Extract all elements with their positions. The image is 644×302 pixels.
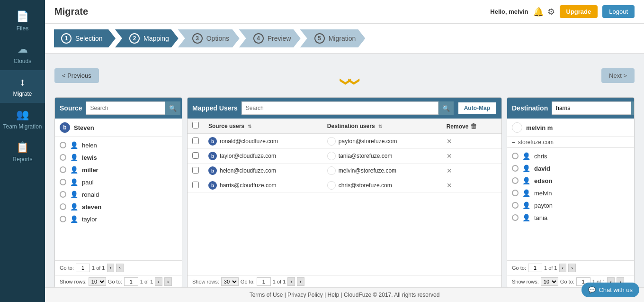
dest-user-row[interactable]: 👤 payton	[507, 199, 634, 211]
dest-panel: Destination 🔍 ▲ melvin m – storefuze.com	[507, 97, 635, 287]
user-label: taylor	[82, 216, 97, 223]
user-icon: 👤	[522, 214, 530, 221]
automap-button[interactable]: Auto-Map	[457, 101, 497, 115]
radio-circle	[512, 153, 519, 159]
source-prev-page[interactable]: ‹	[107, 264, 115, 272]
prev-button[interactable]: < Previous	[54, 68, 99, 83]
source-page-input[interactable]	[76, 264, 90, 272]
row-checkbox[interactable]	[192, 137, 199, 144]
wizard-step-selection[interactable]: 1 Selection	[54, 29, 116, 47]
remove-button[interactable]: ✕	[447, 182, 452, 189]
team-icon: 👥	[16, 109, 29, 121]
source-search-button[interactable]: 🔍	[165, 101, 180, 115]
user-label: chris	[534, 153, 547, 160]
mapped-showrows-of: 1 of 1	[273, 279, 286, 284]
sidebar-item-label: Migrate	[13, 91, 32, 97]
dest-user-header: ▲ melvin m	[507, 119, 634, 137]
source-showrows-select[interactable]: 10 20 30	[89, 277, 106, 286]
source-user-row[interactable]: 👤 steven	[55, 201, 182, 213]
source-next-page[interactable]: ›	[116, 264, 124, 272]
source-user-row[interactable]: 👤 paul	[55, 176, 182, 188]
mapped-panel-header: Mapped Users 🔍 Auto-Map	[188, 98, 501, 119]
dest-user-row[interactable]: 👤 david	[507, 162, 634, 174]
sidebar-item-files[interactable]: 📄 Files	[0, 5, 45, 37]
source-showrows-goto: Go to:	[108, 279, 122, 284]
next-button[interactable]: Next >	[601, 68, 635, 83]
sidebar-item-clouds[interactable]: ☁ Clouds	[0, 37, 45, 70]
dest-user-row[interactable]: 👤 edson	[507, 174, 634, 187]
dest-user-row[interactable]: 👤 chris	[507, 150, 634, 162]
content-area: < Previous ❯❯ Next > Source 🔍 b Steven	[45, 54, 644, 287]
step-label-preview: Preview	[268, 35, 291, 42]
wizard-step-preview[interactable]: 4 Preview	[239, 29, 301, 47]
source-email-cell: b taylor@cloudfuze.com	[208, 152, 318, 160]
mapped-showrows-select[interactable]: 30 10 20	[221, 277, 239, 286]
dest-page-input[interactable]	[528, 264, 542, 272]
user-label: miller	[82, 166, 98, 174]
dest-prev-page[interactable]: ‹	[559, 264, 567, 272]
clouds-icon: ☁	[18, 43, 28, 55]
wizard-step-mapping[interactable]: 2 Mapping	[115, 29, 179, 47]
wizard-step-migration[interactable]: 5 Migration	[300, 29, 366, 47]
radio-circle	[60, 203, 66, 210]
source-goto-label: Go to:	[60, 265, 74, 271]
dest-org-row: – storefuze.com	[507, 137, 634, 148]
dest-user-row[interactable]: 👤 melvin	[507, 187, 634, 199]
select-all-checkbox[interactable]	[192, 122, 199, 128]
dest-user-name: melvin m	[526, 124, 553, 131]
row-checkbox[interactable]	[192, 182, 199, 188]
dest-search-input[interactable]	[552, 101, 631, 115]
source-user-row[interactable]: 👤 taylor	[55, 213, 182, 225]
dest-email-text: melvin@storefuze.com	[339, 167, 396, 174]
dest-panel-header: Destination 🔍	[507, 98, 634, 119]
source-showrows-page[interactable]	[124, 277, 138, 286]
remove-button[interactable]: ✕	[447, 167, 452, 174]
dest-email-cell: ▲ tania@storefuze.com	[327, 152, 437, 160]
remove-button[interactable]: ✕	[447, 137, 452, 145]
user-label: payton	[534, 202, 553, 209]
source-showrows-next[interactable]: ›	[164, 277, 172, 286]
radio-circle	[60, 216, 66, 222]
dest-email-cell: ▲ melvin@storefuze.com	[327, 166, 437, 175]
source-showrows-prev[interactable]: ‹	[155, 277, 162, 286]
gear-icon[interactable]: ⚙	[547, 7, 555, 17]
dest-showrows-goto: Go to:	[560, 279, 574, 284]
mapped-showrows-next[interactable]: ›	[297, 277, 304, 286]
mapped-showrows-prev[interactable]: ‹	[287, 277, 295, 286]
logout-button[interactable]: Logout	[602, 5, 635, 18]
user-icon: 👤	[70, 166, 78, 174]
source-user-row[interactable]: 👤 helen	[55, 139, 182, 151]
dest-next-page[interactable]: ›	[568, 264, 576, 272]
source-user-row[interactable]: 👤 lewis	[55, 151, 182, 164]
mapped-search-button[interactable]: 🔍	[438, 101, 454, 115]
source-search-input[interactable]	[86, 101, 165, 115]
user-label: steven	[82, 203, 101, 210]
chat-button[interactable]: 💬 Chat with us	[581, 283, 639, 297]
panels-container: Source 🔍 b Steven 👤 helen 👤 lew	[54, 97, 635, 287]
mapped-search-input[interactable]	[242, 101, 438, 115]
source-user-row[interactable]: 👤 ronald	[55, 188, 182, 201]
mapped-showrows-page[interactable]	[257, 277, 271, 286]
dest-showrows-select[interactable]: 10 20 30	[541, 277, 558, 286]
hello-text: Hello, melvin	[490, 8, 528, 15]
wizard-step-options[interactable]: 3 Options	[178, 29, 240, 47]
dest-search-button[interactable]: 🔍	[631, 101, 635, 115]
user-icon: 👤	[70, 178, 78, 186]
source-panel-title: Source	[60, 104, 82, 112]
mapped-panel: Mapped Users 🔍 Auto-Map Source users ⇅	[187, 97, 502, 287]
source-showrows: Show rows: 10 20 30 Go to: 1 of 1 ‹ ›	[55, 275, 182, 287]
row-checkbox[interactable]	[192, 167, 199, 174]
dest-user-row[interactable]: 👤 tania	[507, 211, 634, 224]
source-user-row[interactable]: 👤 miller	[55, 164, 182, 176]
footer-text: Terms of Use | Privacy Policy | Help | C…	[250, 292, 440, 298]
remove-button[interactable]: ✕	[447, 152, 452, 160]
source-logo: b	[208, 181, 217, 190]
sidebar-item-team[interactable]: 👥 Team Migration	[0, 103, 45, 136]
sidebar-item-reports[interactable]: 📋 Reports	[0, 136, 45, 168]
sidebar-item-migrate[interactable]: ↕ Migrate	[0, 70, 45, 103]
row-checkbox[interactable]	[192, 152, 199, 159]
step-label-mapping: Mapping	[143, 35, 169, 42]
source-showrows-of: 1 of 1	[140, 279, 153, 284]
bell-icon[interactable]: 🔔	[533, 7, 544, 17]
upgrade-button[interactable]: Upgrade	[560, 5, 598, 18]
